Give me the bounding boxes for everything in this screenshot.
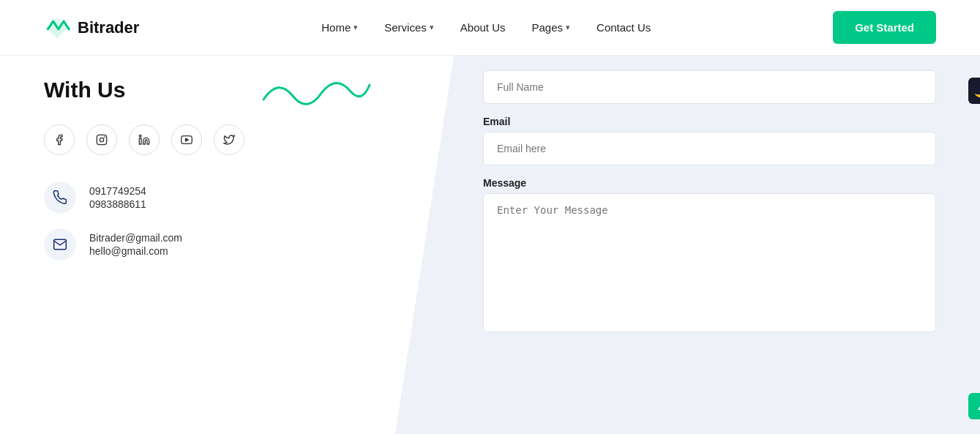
phone-contact-item: 0917749254 0983888611 [44,182,351,214]
full-name-group [483,70,936,104]
linkedin-icon [138,134,150,146]
nav-link-home[interactable]: Home ▾ [321,21,358,34]
scroll-to-top-button[interactable]: ▲ [968,393,980,419]
email-group: Email [483,116,936,165]
phone-icon-wrap [44,182,76,214]
message-label: Message [483,177,936,189]
message-group: Message [483,177,936,332]
nav-link-about[interactable]: About Us [460,21,506,34]
nav-link-pages[interactable]: Pages ▾ [532,21,571,34]
instagram-icon-button[interactable] [86,124,117,155]
logo-text: Bitrader [78,18,139,37]
svg-point-5 [139,135,141,137]
get-started-button[interactable]: Get Started [833,11,936,44]
email-icon-wrap [44,228,76,261]
youtube-icon-button[interactable] [171,124,202,155]
nav-item-pages[interactable]: Pages ▾ [532,21,571,34]
facebook-icon-button[interactable] [44,124,75,155]
chevron-down-icon: ▾ [566,23,570,32]
nav-item-about[interactable]: About Us [460,21,506,34]
email-icon [53,237,67,252]
squiggle-decoration [256,70,373,114]
nav-item-services[interactable]: Services ▾ [384,21,434,34]
svg-rect-1 [97,135,106,144]
nav-links: Home ▾ Services ▾ About Us Pages ▾ Conta… [321,21,651,34]
twitter-icon [223,134,235,146]
left-section: With Us [0,56,395,434]
nav-item-home[interactable]: Home ▾ [321,21,358,34]
contact-info: 0917749254 0983888611 Bitrader@gmail.com… [44,182,351,261]
logo-link[interactable]: Bitrader [44,15,139,41]
svg-rect-4 [139,138,141,144]
chevron-down-icon: ▾ [430,23,434,32]
dark-mode-toggle[interactable]: 🌙 [968,78,980,104]
nav-link-contact[interactable]: Contact Us [596,21,651,34]
phone-contact-text: 0917749254 0983888611 [89,185,146,210]
email-contact-item: Bitrader@gmail.com hello@gmail.com [44,228,351,261]
svg-point-2 [100,138,103,141]
svg-marker-6 [186,138,189,141]
phone-icon [53,190,67,205]
twitter-icon-button[interactable] [214,124,244,155]
email-label: Email [483,116,936,127]
email-input[interactable] [483,132,936,165]
svg-point-3 [104,137,105,138]
logo-icon [44,15,70,41]
facebook-icon [53,134,65,146]
diagonal-divider [395,56,454,434]
contact-form-section: 🌙 Email Message ▲ [454,56,980,434]
instagram-icon [96,134,108,146]
social-icons-row [44,124,351,155]
navbar: Bitrader Home ▾ Services ▾ About Us Page… [0,0,980,56]
chevron-down-icon: ▾ [354,23,358,32]
youtube-icon [181,134,192,146]
full-name-input[interactable] [483,70,936,104]
email-contact-text: Bitrader@gmail.com hello@gmail.com [89,232,182,257]
main-content: With Us [0,56,980,434]
nav-item-contact[interactable]: Contact Us [596,21,651,34]
nav-link-services[interactable]: Services ▾ [384,21,434,34]
linkedin-icon-button[interactable] [129,124,160,155]
message-textarea[interactable] [483,193,936,332]
